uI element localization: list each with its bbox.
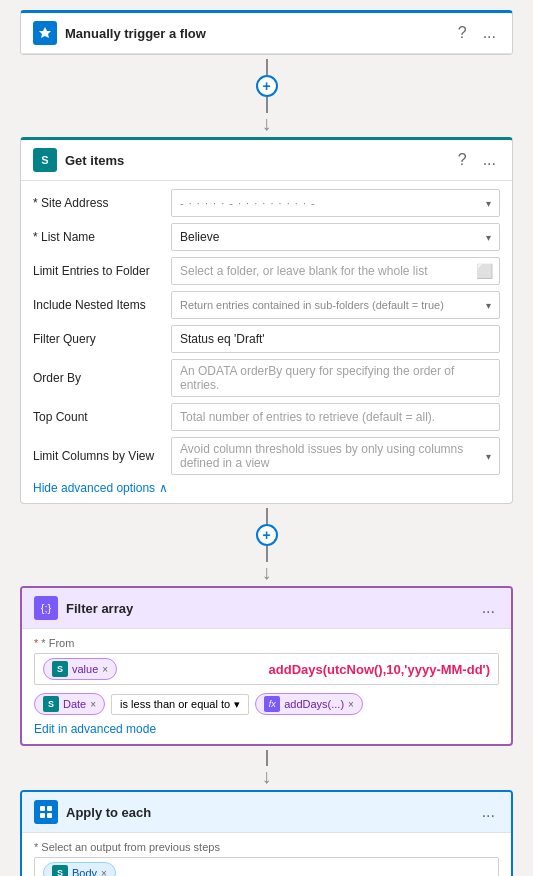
- date-token[interactable]: S Date ×: [34, 693, 105, 715]
- include-nested-input[interactable]: Return entries contained in sub-folders …: [171, 291, 500, 319]
- limit-folder-label: Limit Entries to Folder: [33, 264, 163, 278]
- get-items-title: Get items: [65, 153, 446, 168]
- condition-row: S Date × is less than or equal to ▾ fx a…: [34, 693, 499, 715]
- top-count-label: Top Count: [33, 410, 163, 424]
- filter-more-button[interactable]: ...: [478, 598, 499, 618]
- flow-container: Manually trigger a flow ? ... + ↓ S Get …: [0, 0, 533, 876]
- connector-line-1b: [266, 97, 268, 113]
- body-sp-icon: S: [52, 865, 68, 876]
- trigger-actions: ? ...: [454, 23, 500, 43]
- list-name-label: * List Name: [33, 230, 163, 244]
- date-sp-icon: S: [43, 696, 59, 712]
- limit-columns-input[interactable]: Avoid column threshold issues by only us…: [171, 437, 500, 475]
- order-by-row: Order By An ODATA orderBy query for spec…: [33, 359, 500, 397]
- body-token[interactable]: S Body ×: [43, 862, 116, 876]
- trigger-card: Manually trigger a flow ? ...: [20, 10, 513, 55]
- filter-query-input[interactable]: Status eq 'Draft': [171, 325, 500, 353]
- svg-rect-2: [40, 813, 45, 818]
- connector-line-3: [266, 750, 268, 766]
- top-count-row: Top Count Total number of entries to ret…: [33, 403, 500, 431]
- from-token-text: value: [72, 663, 98, 675]
- connector-arrow-1: ↓: [262, 113, 272, 133]
- get-items-header: S Get items ? ...: [21, 140, 512, 181]
- limit-folder-input[interactable]: Select a folder, or leave blank for the …: [171, 257, 500, 285]
- include-nested-label: Include Nested Items: [33, 298, 163, 312]
- hide-advanced-button[interactable]: Hide advanced options ∧: [33, 481, 500, 495]
- trigger-help-button[interactable]: ?: [454, 23, 471, 43]
- site-address-row: * Site Address - · · · · · - · · · · · ·…: [33, 189, 500, 217]
- sharepoint-icon: S: [33, 148, 57, 172]
- connector-2: + ↓: [256, 504, 278, 586]
- add-step-button-1[interactable]: +: [256, 75, 278, 97]
- limit-columns-label: Limit Columns by View: [33, 449, 163, 463]
- filter-array-icon: {;}: [34, 596, 58, 620]
- trigger-more-button[interactable]: ...: [479, 23, 500, 43]
- edit-advanced-link[interactable]: Edit in advanced mode: [34, 722, 156, 736]
- apply-each-header: Apply to each ...: [22, 792, 511, 833]
- connector-3: ↓: [262, 746, 272, 790]
- connector-arrow-3: ↓: [262, 766, 272, 786]
- adddays-token-close[interactable]: ×: [348, 699, 354, 710]
- operator-arrow: ▾: [234, 698, 240, 711]
- adddays-token-text: addDays(...): [284, 698, 344, 710]
- connector-arrow-2: ↓: [262, 562, 272, 582]
- operator-dropdown[interactable]: is less than or equal to ▾: [111, 694, 249, 715]
- apply-icon: [34, 800, 58, 824]
- apply-each-body: * Select an output from previous steps S…: [22, 833, 511, 876]
- from-token-row[interactable]: S value × addDays(utcNow(),10,'yyyy-MM-d…: [34, 653, 499, 685]
- site-address-value: - · · · · · - · · · · · · · · · -: [180, 197, 316, 209]
- adddays-token[interactable]: fx addDays(...) ×: [255, 693, 363, 715]
- connector-line-2: [266, 508, 268, 524]
- top-count-placeholder: Total number of entries to retrieve (def…: [180, 410, 435, 424]
- filter-array-body: * From S value × addDays(utcNow(),10,'yy…: [22, 629, 511, 744]
- connector-line-2b: [266, 546, 268, 562]
- filter-expression: addDays(utcNow(),10,'yyyy-MM-dd'): [121, 662, 490, 677]
- filter-array-card: {;} Filter array ... * From S value × ad…: [20, 586, 513, 746]
- filter-query-value: Status eq 'Draft': [180, 332, 265, 346]
- get-items-help-button[interactable]: ?: [454, 150, 471, 170]
- get-items-body: * Site Address - · · · · · - · · · · · ·…: [21, 181, 512, 503]
- select-output-label: * Select an output from previous steps: [34, 841, 499, 853]
- hide-advanced-chevron: ∧: [159, 481, 168, 495]
- limit-columns-arrow: ▾: [486, 451, 491, 462]
- from-token-close[interactable]: ×: [102, 664, 108, 675]
- site-address-input[interactable]: - · · · · · - · · · · · · · · · - ▾: [171, 189, 500, 217]
- site-address-arrow: ▾: [486, 198, 491, 209]
- list-name-row: * List Name Believe ▾: [33, 223, 500, 251]
- trigger-title: Manually trigger a flow: [65, 26, 446, 41]
- top-count-input[interactable]: Total number of entries to retrieve (def…: [171, 403, 500, 431]
- hide-advanced-text: Hide advanced options: [33, 481, 155, 495]
- from-value-token[interactable]: S value ×: [43, 658, 117, 680]
- list-name-value: Believe: [180, 230, 219, 244]
- filter-array-title: Filter array: [66, 601, 470, 616]
- list-name-input[interactable]: Believe ▾: [171, 223, 500, 251]
- folder-icon: ⬜: [476, 263, 493, 279]
- limit-folder-row: Limit Entries to Folder Select a folder,…: [33, 257, 500, 285]
- limit-columns-row: Limit Columns by View Avoid column thres…: [33, 437, 500, 475]
- connector-1: + ↓: [256, 55, 278, 137]
- adddays-fx-icon: fx: [264, 696, 280, 712]
- date-token-close[interactable]: ×: [90, 699, 96, 710]
- trigger-icon: [33, 21, 57, 45]
- operator-text: is less than or equal to: [120, 698, 230, 710]
- get-items-card: S Get items ? ... * Site Address - · · ·…: [20, 137, 513, 504]
- select-output-section: * Select an output from previous steps S…: [34, 841, 499, 876]
- apply-each-actions: ...: [478, 802, 499, 822]
- include-nested-row: Include Nested Items Return entries cont…: [33, 291, 500, 319]
- limit-columns-placeholder: Avoid column threshold issues by only us…: [180, 442, 486, 470]
- order-by-placeholder: An ODATA orderBy query for specifying th…: [180, 364, 491, 392]
- order-by-label: Order By: [33, 371, 163, 385]
- order-by-input[interactable]: An ODATA orderBy query for specifying th…: [171, 359, 500, 397]
- list-name-arrow: ▾: [486, 232, 491, 243]
- output-token-row[interactable]: S Body ×: [34, 857, 499, 876]
- add-step-button-2[interactable]: +: [256, 524, 278, 546]
- get-items-more-button[interactable]: ...: [479, 150, 500, 170]
- filter-array-actions: ...: [478, 598, 499, 618]
- body-token-close[interactable]: ×: [101, 868, 107, 877]
- include-nested-value: Return entries contained in sub-folders …: [180, 299, 444, 311]
- svg-rect-3: [47, 813, 52, 818]
- from-section: * From S value × addDays(utcNow(),10,'yy…: [34, 637, 499, 685]
- trigger-card-header: Manually trigger a flow ? ...: [21, 13, 512, 54]
- apply-more-button[interactable]: ...: [478, 802, 499, 822]
- connector-line-1: [266, 59, 268, 75]
